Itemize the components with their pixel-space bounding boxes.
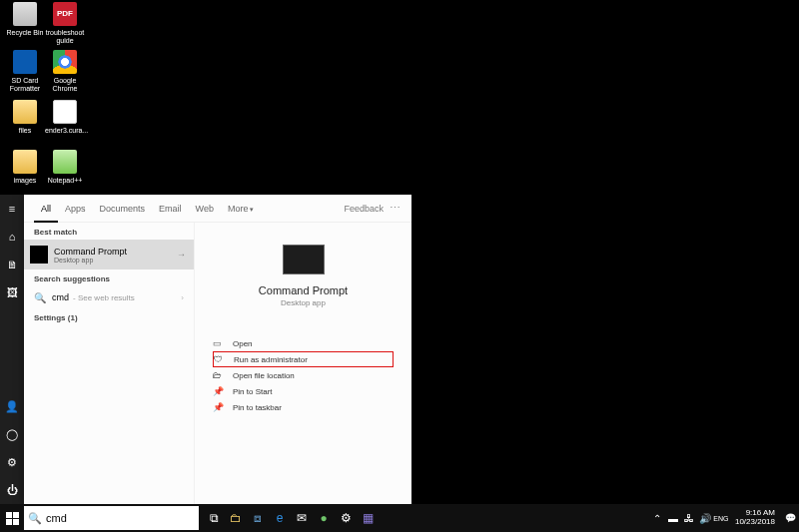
desktop-icon[interactable]: SD Card Formatter [5,50,45,92]
tab-all[interactable]: All [34,195,58,223]
rail-menu-icon[interactable]: ≡ [0,195,24,223]
settings-header: Settings (1) [24,308,194,325]
windows-logo-icon [6,512,19,525]
rail-home-icon[interactable]: ⌂ [0,223,24,251]
tray-app-icon[interactable]: ▬ [665,504,681,532]
folder-icon [13,150,37,174]
action-icon: 🛡 [214,354,228,364]
notepad-icon [53,150,77,174]
clock[interactable]: 9:16 AM 10/23/2018 [729,509,781,527]
taskbar-search-box[interactable]: 🔍 [24,506,199,530]
action-label: Pin to taskbar [233,403,282,412]
preview-subtitle: Desktop app [195,298,411,307]
tab-more[interactable]: More [221,195,261,223]
search-icon: 🔍 [34,292,46,303]
desktop-icon[interactable]: PDFtroubleshoot guide [45,2,85,44]
desktop-icon[interactable]: files [5,100,45,135]
tab-email[interactable]: Email [152,195,189,223]
chrome-icon [53,50,77,74]
action-label: Pin to Start [233,387,273,396]
action-icon: ▭ [213,338,227,348]
suggestion-term: cmd [52,292,69,302]
action-label: Run as administrator [234,355,308,364]
search-filter-tabs: All Apps Documents Email Web More Feedba… [24,195,411,223]
system-tray: ⌃ ▬ 🖧 🔊 ENG 9:16 AM 10/23/2018 💬 [649,504,799,532]
edge-icon[interactable]: e [269,504,291,532]
search-input[interactable] [46,506,199,530]
store-icon[interactable]: ⧈ [247,504,269,532]
desktop-icon[interactable]: Recycle Bin [5,2,45,37]
preview-thumb-icon [283,245,325,274]
action-pin-to-taskbar[interactable]: 📌Pin to taskbar [213,399,394,415]
file-icon [53,100,77,124]
action-label: Open file location [233,371,295,380]
rail-ring-icon[interactable]: ◯ [0,420,24,448]
more-options-icon[interactable]: ⋯ [390,202,401,215]
desktop-icon[interactable]: Google Chrome [45,50,85,92]
tray-overflow-icon[interactable]: ⌃ [649,504,665,532]
file-explorer-icon[interactable]: 🗀 [225,504,247,532]
arrow-right-icon: → [177,250,186,260]
taskbar: 🔍 ⧉ 🗀 ⧈ e ✉ ● ⚙ ▦ ⌃ ▬ 🖧 🔊 ENG 9:16 AM 10… [0,504,799,532]
tray-volume-icon[interactable]: 🔊 [697,504,713,532]
action-label: Open [233,339,253,348]
clock-date: 10/23/2018 [735,518,775,527]
action-icon: 📌 [213,402,227,412]
rail-documents-icon[interactable]: 🗎 [0,251,24,278]
tray-lang-icon[interactable]: ENG [713,504,729,532]
rail-account-icon[interactable]: 👤 [0,392,24,420]
pdf-icon: PDF [53,2,77,26]
cmd-thumb-icon [30,246,48,264]
desktop-icon-label: images [5,177,45,185]
rail-power-icon[interactable]: ⏻ [0,476,24,504]
desktop-icon-label: troubleshoot guide [45,29,85,44]
action-center-icon[interactable]: 💬 [781,504,799,532]
tray-network-icon[interactable]: 🖧 [681,504,697,532]
tab-apps[interactable]: Apps [58,195,93,223]
best-match-item[interactable]: Command Prompt Desktop app → [24,240,194,269]
best-match-subtitle: Desktop app [54,257,127,264]
search-panel: All Apps Documents Email Web More Feedba… [24,195,411,504]
action-open[interactable]: ▭Open [213,335,394,351]
preview-title: Command Prompt [195,284,411,296]
desktop-icon-label: Google Chrome [45,77,85,92]
suggestions-header: Search suggestions [24,269,194,286]
tab-documents[interactable]: Documents [93,195,153,223]
desktop-icon[interactable]: ender3.cura... [45,100,85,135]
teams-icon[interactable]: ▦ [357,504,379,532]
desktop-icon-label: ender3.cura... [45,127,85,135]
results-list: Best match Command Prompt Desktop app → … [24,223,194,504]
search-icon: 🔍 [24,506,46,530]
rail-pictures-icon[interactable]: 🖾 [0,278,24,306]
action-pin-to-start[interactable]: 📌Pin to Start [213,383,394,399]
action-icon: 🗁 [213,370,227,380]
app-green-icon[interactable]: ● [313,504,335,532]
task-view-icon[interactable]: ⧉ [203,504,225,532]
tab-web[interactable]: Web [189,195,221,223]
desktop-icon-label: SD Card Formatter [5,77,45,92]
start-button[interactable] [0,504,24,532]
desktop-icon[interactable]: Notepad++ [45,150,85,185]
settings-icon[interactable]: ⚙ [335,504,357,532]
folder-icon [13,100,37,124]
result-preview: Command Prompt Desktop app ▭Open🛡Run as … [194,223,411,504]
feedback-link[interactable]: Feedback [344,204,384,214]
action-run-as-administrator[interactable]: 🛡Run as administrator [213,351,394,367]
chevron-right-icon: › [181,293,184,302]
desktop-icon-label: files [5,127,45,135]
best-match-header: Best match [24,223,194,240]
desktop-icon[interactable]: images [5,150,45,185]
action-icon: 📌 [213,386,227,396]
sd-icon [13,50,37,74]
action-open-file-location[interactable]: 🗁Open file location [213,367,394,383]
recycle-icon [13,2,37,26]
mail-icon[interactable]: ✉ [291,504,313,532]
best-match-title: Command Prompt [54,247,127,257]
desktop-icon-label: Notepad++ [45,177,85,185]
web-suggestion[interactable]: 🔍 cmd - See web results › [24,286,194,308]
desktop-icon-label: Recycle Bin [5,29,45,37]
rail-settings-icon[interactable]: ⚙ [0,448,24,476]
suggestion-hint: - See web results [73,293,135,302]
start-rail: ≡ ⌂ 🗎 🖾 👤 ◯ ⚙ ⏻ [0,195,24,504]
